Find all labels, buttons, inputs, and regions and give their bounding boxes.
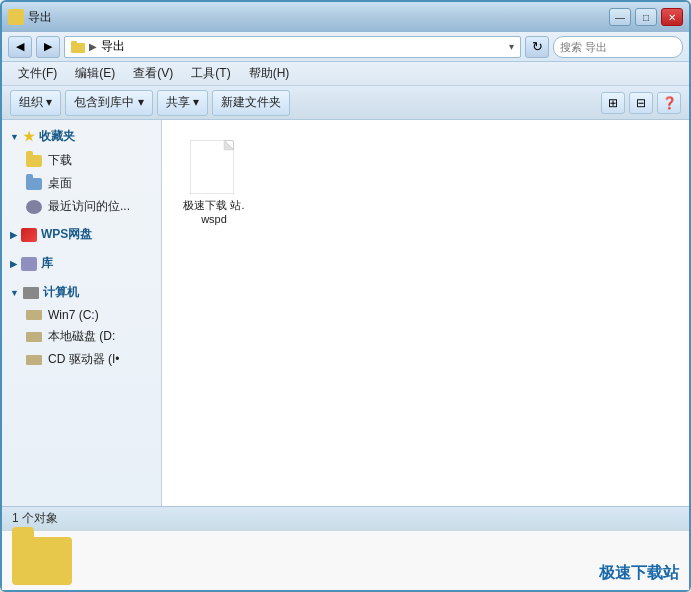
sidebar-item-recent[interactable]: 最近访问的位... xyxy=(2,195,161,218)
file-name-wspd: 极速下载 站.wspd xyxy=(180,198,248,227)
sidebar: ▼ ★ 收藏夹 下载 桌面 最近访问的位... xyxy=(2,120,162,506)
library-collapse-arrow-icon: ▶ xyxy=(10,259,17,269)
downloads-folder-icon xyxy=(26,155,42,167)
sidebar-header-library[interactable]: ▶ 库 xyxy=(2,251,161,276)
minimize-button[interactable]: — xyxy=(609,8,631,26)
bottom-folder-icon xyxy=(12,537,72,585)
file-area: W 极速下载 站.wspd xyxy=(162,120,689,506)
title-bar: 导出 — □ ✕ xyxy=(2,2,689,32)
include-library-button[interactable]: 包含到库中 ▾ xyxy=(65,90,152,116)
drive-c-icon xyxy=(26,310,42,320)
organize-label: 组织 ▾ xyxy=(19,94,52,111)
menu-help[interactable]: 帮助(H) xyxy=(241,63,298,84)
sidebar-label-win7: Win7 (C:) xyxy=(48,308,99,322)
close-button[interactable]: ✕ xyxy=(661,8,683,26)
sidebar-item-win7[interactable]: Win7 (C:) xyxy=(2,305,161,325)
library-icon xyxy=(21,257,37,271)
toolbar: 组织 ▾ 包含到库中 ▾ 共享 ▾ 新建文件夹 ⊞ ⊟ ❓ xyxy=(2,86,689,120)
content-area: ▼ ★ 收藏夹 下载 桌面 最近访问的位... xyxy=(2,120,689,506)
breadcrumb-separator: ▶ xyxy=(89,41,97,52)
wspd-badge-letter: W xyxy=(205,159,218,175)
wspd-badge: W xyxy=(196,151,228,183)
breadcrumb-dropdown-icon[interactable]: ▾ xyxy=(509,41,514,52)
sidebar-item-local-d[interactable]: 本地磁盘 (D: xyxy=(2,325,161,348)
drive-cd-icon xyxy=(26,355,42,365)
sidebar-label-wps: WPS网盘 xyxy=(41,226,92,243)
view-help-button[interactable]: ❓ xyxy=(657,92,681,114)
title-bar-left: 导出 xyxy=(8,9,52,26)
refresh-button[interactable]: ↻ xyxy=(525,36,549,58)
new-folder-button[interactable]: 新建文件夹 xyxy=(212,90,290,116)
status-count: 1 个对象 xyxy=(12,510,58,527)
computer-icon xyxy=(23,287,39,299)
view-list-button[interactable]: ⊟ xyxy=(629,92,653,114)
view-list-icon: ⊟ xyxy=(636,96,646,110)
sidebar-section-wps: ▶ WPS网盘 xyxy=(2,222,161,247)
recent-icon xyxy=(26,200,42,214)
sidebar-label-recent: 最近访问的位... xyxy=(48,198,130,215)
share-label: 共享 ▾ xyxy=(166,94,199,111)
computer-collapse-arrow-icon: ▼ xyxy=(10,288,19,298)
desktop-folder-icon xyxy=(26,178,42,190)
back-button[interactable]: ◀ xyxy=(8,36,32,58)
sidebar-header-wps[interactable]: ▶ WPS网盘 xyxy=(2,222,161,247)
window-title: 导出 xyxy=(28,9,52,26)
bottom-area: 极速下载站 xyxy=(2,530,689,590)
sidebar-label-local-d: 本地磁盘 (D: xyxy=(48,328,115,345)
file-item-wspd[interactable]: W 极速下载 站.wspd xyxy=(174,132,254,233)
sidebar-item-desktop[interactable]: 桌面 xyxy=(2,172,161,195)
sidebar-section-favorites: ▼ ★ 收藏夹 下载 桌面 最近访问的位... xyxy=(2,124,161,218)
sidebar-item-downloads[interactable]: 下载 xyxy=(2,149,161,172)
new-folder-label: 新建文件夹 xyxy=(221,94,281,111)
sidebar-label-computer: 计算机 xyxy=(43,284,79,301)
folder-breadcrumb-icon xyxy=(71,41,85,53)
svg-rect-2 xyxy=(71,43,85,53)
search-input[interactable] xyxy=(560,41,691,53)
breadcrumb[interactable]: ▶ 导出 ▾ xyxy=(64,36,521,58)
wps-collapse-arrow-icon: ▶ xyxy=(10,230,17,240)
view-large-icons-button[interactable]: ⊞ xyxy=(601,92,625,114)
search-box[interactable]: 🔍 xyxy=(553,36,683,58)
menu-edit[interactable]: 编辑(E) xyxy=(67,63,123,84)
sidebar-label-favorites: 收藏夹 xyxy=(39,128,75,145)
status-bar: 1 个对象 xyxy=(2,506,689,530)
wspd-icon-body: W xyxy=(190,140,234,194)
menu-file[interactable]: 文件(F) xyxy=(10,63,65,84)
menu-tools[interactable]: 工具(T) xyxy=(183,63,238,84)
sidebar-section-library: ▶ 库 xyxy=(2,251,161,276)
refresh-icon: ↻ xyxy=(532,39,543,54)
svg-rect-0 xyxy=(10,14,22,22)
organize-button[interactable]: 组织 ▾ xyxy=(10,90,61,116)
favorites-star-icon: ★ xyxy=(23,129,35,144)
explorer-window: 导出 — □ ✕ ◀ ▶ ▶ 导出 ▾ ↻ 🔍 xyxy=(0,0,691,592)
menu-bar: 文件(F) 编辑(E) 查看(V) 工具(T) 帮助(H) xyxy=(2,62,689,86)
breadcrumb-folder-name: 导出 xyxy=(101,38,125,55)
forward-button[interactable]: ▶ xyxy=(36,36,60,58)
sidebar-header-computer[interactable]: ▼ 计算机 xyxy=(2,280,161,305)
maximize-button[interactable]: □ xyxy=(635,8,657,26)
sidebar-label-library: 库 xyxy=(41,255,53,272)
menu-view[interactable]: 查看(V) xyxy=(125,63,181,84)
back-arrow-icon: ◀ xyxy=(16,40,24,53)
window-controls: — □ ✕ xyxy=(609,8,683,26)
svg-rect-1 xyxy=(10,12,15,15)
wspd-file-icon: W xyxy=(186,138,238,194)
share-button[interactable]: 共享 ▾ xyxy=(157,90,208,116)
sidebar-label-cd: CD 驱动器 (I• xyxy=(48,351,120,368)
collapse-arrow-icon: ▼ xyxy=(10,132,19,142)
sidebar-label-downloads: 下载 xyxy=(48,152,72,169)
address-bar: ◀ ▶ ▶ 导出 ▾ ↻ 🔍 xyxy=(2,32,689,62)
include-library-label: 包含到库中 ▾ xyxy=(74,94,143,111)
title-folder-icon xyxy=(8,9,24,25)
watermark-text: 极速下载站 xyxy=(599,563,679,584)
view-large-icon: ⊞ xyxy=(608,96,618,110)
drive-d-icon xyxy=(26,332,42,342)
sidebar-section-computer: ▼ 计算机 Win7 (C:) 本地磁盘 (D: CD 驱动器 (I• xyxy=(2,280,161,371)
wps-cloud-icon xyxy=(21,228,37,242)
sidebar-label-desktop: 桌面 xyxy=(48,175,72,192)
wspd-file-icon-wrapper: W xyxy=(186,138,242,194)
sidebar-item-cd[interactable]: CD 驱动器 (I• xyxy=(2,348,161,371)
svg-rect-3 xyxy=(71,41,77,44)
sidebar-header-favorites[interactable]: ▼ ★ 收藏夹 xyxy=(2,124,161,149)
view-help-icon: ❓ xyxy=(662,96,677,110)
